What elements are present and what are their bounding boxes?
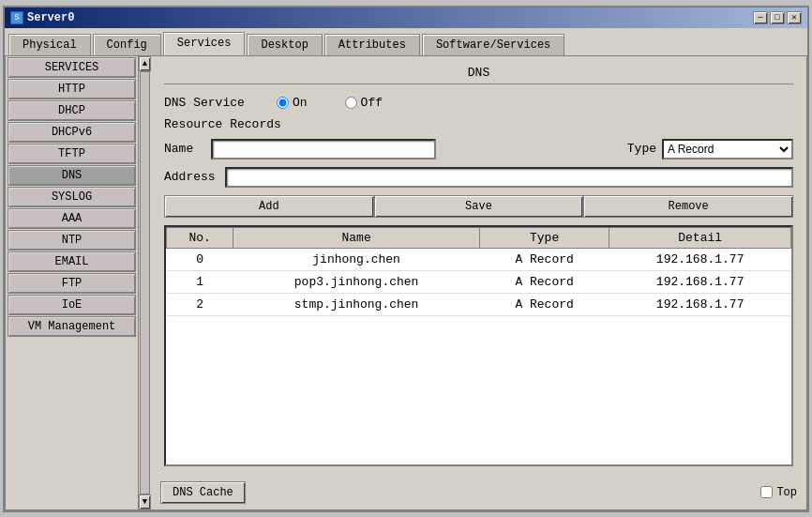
row2-detail: 192.168.1.77 — [609, 293, 791, 315]
top-checkbox[interactable] — [760, 486, 773, 498]
tab-desktop[interactable]: Desktop — [247, 34, 322, 55]
save-button[interactable]: Save — [374, 195, 584, 218]
row1-type: A Record — [479, 270, 609, 293]
dns-title: DNS — [164, 66, 793, 84]
radio-off[interactable] — [345, 97, 357, 109]
title-bar: S Server0 ─ □ ✕ — [5, 8, 807, 28]
top-checkbox-label[interactable]: Top — [760, 486, 797, 499]
sidebar-item-aaa[interactable]: AAA — [8, 208, 136, 229]
table-row[interactable]: 1 pop3.jinhong.chen A Record 192.168.1.7… — [167, 270, 791, 293]
sidebar-item-ntp[interactable]: NTP — [8, 230, 136, 251]
address-label: Address — [164, 170, 216, 184]
type-select[interactable]: A Record AAAA Record CNAME Record NS Rec… — [662, 139, 793, 160]
radio-group: On Off — [277, 96, 383, 110]
sidebar-item-tftp[interactable]: TFTP — [8, 144, 136, 164]
sidebar-item-services[interactable]: SERVICES — [8, 57, 136, 78]
sidebar-scrollbar: ▲ ▼ — [138, 56, 151, 509]
table-row[interactable]: 0 jinhong.chen A Record 192.168.1.77 — [167, 248, 791, 270]
scroll-track — [140, 71, 150, 494]
row2-type: A Record — [479, 293, 609, 315]
type-label: Type — [627, 142, 656, 156]
name-label: Name — [164, 142, 202, 156]
dns-cache-button[interactable]: DNS Cache — [160, 481, 246, 504]
records-table: No. Name Type Detail 0 jinhong.chen A Re… — [166, 227, 791, 316]
radio-on-text: On — [293, 96, 308, 110]
maximize-button[interactable]: □ — [770, 11, 785, 24]
radio-on-label[interactable]: On — [277, 96, 308, 110]
sidebar-item-dns[interactable]: DNS — [8, 165, 136, 186]
name-row: Name Type A Record AAAA Record CNAME Rec… — [164, 139, 793, 160]
title-buttons: ─ □ ✕ — [753, 11, 802, 24]
add-button[interactable]: Add — [164, 195, 374, 218]
window-icon: S — [10, 11, 23, 24]
name-input[interactable] — [211, 139, 436, 160]
tab-bar: Physical Config Services Desktop Attribu… — [5, 28, 807, 55]
sidebar-item-ftp[interactable]: FTP — [8, 273, 136, 294]
radio-on[interactable] — [277, 97, 289, 109]
sidebar-wrapper: SERVICES HTTP DHCP DHCPv6 TFTP DNS SYSLO… — [6, 56, 151, 509]
main-window: S Server0 ─ □ ✕ Physical Config Services… — [3, 6, 809, 512]
close-button[interactable]: ✕ — [787, 11, 802, 24]
action-buttons: Add Save Remove — [164, 195, 793, 218]
dns-panel: DNS DNS Service On Off — [151, 56, 806, 476]
records-table-container: No. Name Type Detail 0 jinhong.chen A Re… — [164, 225, 793, 466]
dns-service-label: DNS Service — [164, 96, 258, 110]
row1-detail: 192.168.1.77 — [609, 270, 791, 293]
tab-config[interactable]: Config — [93, 34, 161, 55]
col-detail: Detail — [609, 227, 791, 248]
radio-off-label[interactable]: Off — [345, 96, 383, 110]
address-input[interactable] — [225, 167, 793, 188]
scroll-up-button[interactable]: ▲ — [139, 56, 151, 71]
sidebar-item-vm[interactable]: VM Management — [8, 316, 136, 337]
sidebar: SERVICES HTTP DHCP DHCPv6 TFTP DNS SYSLO… — [6, 56, 138, 509]
tab-physical[interactable]: Physical — [8, 34, 91, 55]
tab-attributes[interactable]: Attributes — [324, 34, 420, 55]
row1-name: pop3.jinhong.chen — [233, 270, 480, 293]
row1-no: 1 — [167, 270, 233, 293]
col-no: No. — [167, 227, 233, 248]
sidebar-item-ioe[interactable]: IoE — [8, 295, 136, 315]
row0-type: A Record — [479, 248, 609, 270]
content-area: SERVICES HTTP DHCP DHCPv6 TFTP DNS SYSLO… — [5, 55, 807, 510]
tab-software-services[interactable]: Software/Services — [422, 34, 564, 55]
row2-name: stmp.jinhong.chen — [233, 293, 480, 315]
type-group: Type A Record AAAA Record CNAME Record N… — [627, 139, 793, 160]
col-type: Type — [479, 227, 609, 248]
col-name: Name — [233, 227, 480, 248]
remove-button[interactable]: Remove — [583, 195, 793, 218]
row0-no: 0 — [167, 248, 233, 270]
row0-detail: 192.168.1.77 — [609, 248, 791, 270]
sidebar-item-http[interactable]: HTTP — [8, 79, 136, 99]
table-row[interactable]: 2 stmp.jinhong.chen A Record 192.168.1.7… — [167, 293, 791, 315]
sidebar-item-email[interactable]: EMAIL — [8, 251, 136, 272]
row2-no: 2 — [167, 293, 233, 315]
radio-off-text: Off — [361, 96, 383, 110]
scroll-down-button[interactable]: ▼ — [139, 494, 151, 509]
dns-service-row: DNS Service On Off — [164, 96, 793, 110]
minimize-button[interactable]: ─ — [753, 11, 768, 24]
sidebar-item-syslog[interactable]: SYSLOG — [8, 187, 136, 207]
top-label: Top — [776, 486, 797, 499]
resource-records-label: Resource Records — [164, 117, 793, 131]
window-title: Server0 — [27, 11, 74, 24]
row0-name: jinhong.chen — [233, 248, 480, 270]
sidebar-item-dhcp[interactable]: DHCP — [8, 100, 136, 121]
tab-services[interactable]: Services — [163, 32, 246, 55]
sidebar-item-dhcpv6[interactable]: DHCPv6 — [8, 122, 136, 143]
address-row: Address — [164, 167, 793, 188]
bottom-bar: DNS Cache Top — [151, 476, 806, 509]
title-bar-left: S Server0 — [10, 11, 74, 24]
